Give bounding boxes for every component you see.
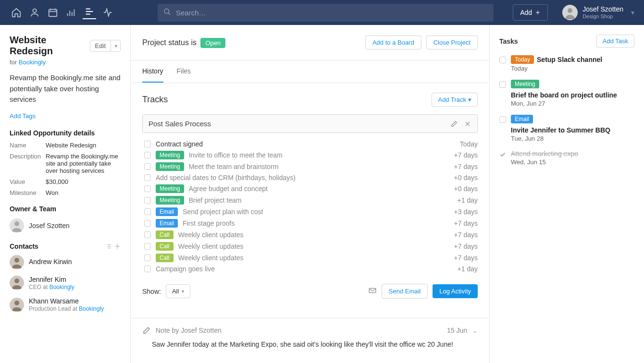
task-item: MeetingBrief the board on project outlin… [499,80,634,107]
track-checkbox[interactable] [144,254,151,261]
tab-files[interactable]: Files [177,60,191,83]
track-item: Call Weekly client updates +7 days [142,252,478,264]
add-track-button[interactable]: Add Track ▾ [432,93,478,107]
detail-label: Description [10,153,46,160]
track-days: +7 days [454,242,478,250]
list-icon[interactable] [105,243,112,250]
contact-item[interactable]: Andrew Kirwin [10,255,121,269]
track-days: +1 day [458,196,478,204]
edit-button-group[interactable]: Edit ▾ [90,40,121,52]
detail-label: Milestone [10,189,46,196]
track-checkbox[interactable] [144,152,151,158]
svg-point-4 [568,8,572,13]
user-menu[interactable]: Josef Szotten Design Shop ▾ [562,5,634,20]
tab-history[interactable]: History [142,60,163,83]
left-sidebar: Website Redesign Edit ▾ for Bookingly Re… [0,25,131,363]
track-text: Send project plan with cost [183,208,449,216]
track-checkbox[interactable] [144,231,151,238]
avatar [10,276,24,290]
task-date: Mon, Jun 27 [511,100,634,107]
track-checkbox[interactable] [144,141,151,147]
edit-dropdown[interactable]: ▾ [111,40,121,51]
track-checkbox[interactable] [144,243,151,250]
svg-rect-1 [49,10,57,17]
edit-button[interactable]: Edit [90,40,111,51]
track-checkbox[interactable] [144,163,151,170]
avatar [10,218,24,233]
add-to-board-button[interactable]: Add to a Board [365,36,421,49]
track-header-row: Post Sales Process [142,114,478,133]
track-text: Weekly client updates [178,231,449,239]
track-checkbox[interactable] [144,174,151,181]
plus-icon[interactable] [114,243,121,250]
activity-icon[interactable] [101,6,114,19]
detail-label: Name [10,142,46,149]
svg-point-10 [14,278,19,283]
add-label: Add [520,9,532,16]
top-navigation: Add Josef Szotten Design Shop ▾ [0,0,644,25]
task-tag: Email [511,115,533,123]
home-icon[interactable] [10,6,23,19]
track-checkbox[interactable] [144,197,151,204]
task-name: Brief the board on project outline [511,91,617,99]
edit-icon[interactable] [450,120,458,128]
log-activity-button[interactable]: Log Activity [433,284,478,298]
add-tags-link[interactable]: Add Tags [10,112,36,120]
chevron-down-icon: ▾ [468,96,471,103]
send-email-button[interactable]: Send Email [382,284,428,299]
task-date: Wed, Jun 15 [511,158,634,166]
track-item: Email First stage proofs +7 days [142,218,478,229]
show-filter-select[interactable]: All ▾ [166,284,190,298]
task-checkbox[interactable] [499,57,506,63]
track-checkbox[interactable] [144,220,151,227]
track-days: +0 days [454,185,478,193]
chevron-down-icon[interactable]: ⌄ [472,327,478,334]
project-status: Project status is Open [142,38,225,47]
projects-icon[interactable] [83,6,96,19]
add-task-button[interactable]: Add Task [596,35,634,48]
search-input[interactable] [158,4,494,22]
track-text: Meet the team and brainstorm [189,163,449,170]
main-content: Project status is Open Add to a Board Cl… [131,25,489,363]
track-days: +3 days [454,208,478,216]
track-item: Meeting Meet the team and brainstorm +7 … [142,161,478,172]
track-checkbox[interactable] [144,208,151,215]
track-text: Contract signed [156,140,455,148]
task-checkbox[interactable] [499,151,506,158]
close-project-button[interactable]: Close Project [426,36,478,49]
track-tag: Meeting [156,184,184,193]
track-days: +0 days [454,174,478,182]
svg-point-12 [14,301,19,305]
company-link[interactable]: Bookingly [79,305,104,312]
task-checkbox[interactable] [499,116,506,123]
pipeline-icon[interactable] [64,6,78,19]
track-checkbox[interactable] [144,266,151,272]
person-icon[interactable] [28,6,41,19]
add-button[interactable]: Add [513,4,548,21]
track-checkbox[interactable] [144,185,151,192]
opportunity-name[interactable]: Website Redesign [46,142,96,149]
contact-name: Andrew Kirwin [29,257,72,266]
track-days: +7 days [454,163,478,170]
show-label: Show: [142,288,161,295]
calendar-icon[interactable] [46,6,60,19]
track-text: Invite to office to meet the team [189,151,449,159]
track-tag: Email [156,207,178,216]
owner-team-title: Owner & Team [10,205,121,213]
note-byline: Note by Josef Szotten [156,327,222,334]
note-body: Saw Jennifer today at the Marketing Expo… [142,340,478,358]
track-name: Post Sales Process [149,120,211,128]
task-checkbox[interactable] [499,81,506,88]
org-link[interactable]: Bookingly [19,59,46,66]
owner-row[interactable]: Josef Szotten [10,218,121,233]
envelope-icon[interactable] [368,286,377,296]
company-link[interactable]: Bookingly [50,284,74,290]
contact-item[interactable]: Jennifer KimCEO at Bookingly [10,275,121,291]
contact-item[interactable]: Khann WarsameProduction Lead at Bookingl… [10,297,121,313]
close-icon[interactable] [464,120,471,128]
track-tag: Meeting [156,162,184,171]
avatar [562,5,578,20]
linked-opportunity-title: Linked Opportunity details [10,129,121,137]
note-icon [142,326,151,335]
avatar [10,298,24,312]
